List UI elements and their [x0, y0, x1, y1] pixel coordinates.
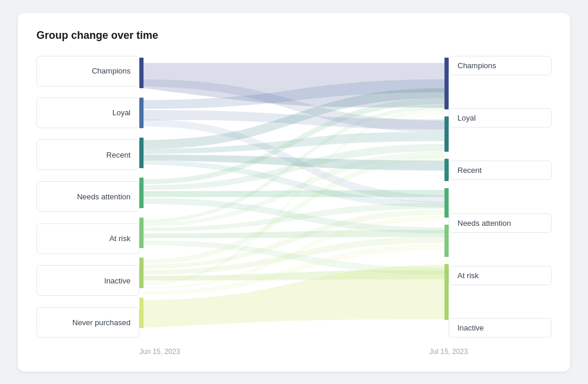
date-label-left: Jun 15, 2023 — [139, 348, 180, 356]
left-label-champions: Champions — [36, 56, 139, 86]
svg-rect-0 — [139, 58, 143, 88]
svg-rect-12 — [445, 264, 449, 320]
svg-rect-9 — [445, 159, 449, 181]
left-label-never-purchased: Never purchased — [36, 307, 139, 338]
right-label-recent: Recent — [449, 161, 552, 180]
svg-rect-6 — [139, 298, 143, 328]
svg-rect-2 — [139, 138, 143, 168]
svg-rect-5 — [139, 258, 143, 288]
svg-rect-11 — [445, 225, 449, 257]
left-label-at-risk: At risk — [36, 223, 139, 254]
right-label-loyal: Loyal — [449, 108, 552, 128]
svg-rect-10 — [445, 188, 449, 218]
svg-rect-7 — [445, 58, 449, 109]
right-label-champions: Champions — [449, 56, 552, 75]
svg-rect-1 — [139, 98, 143, 128]
date-label-right: Jul 15, 2023 — [429, 348, 467, 356]
left-label-needs-attention: Needs attention — [36, 181, 139, 212]
right-label-at-risk: At risk — [449, 266, 552, 285]
left-label-loyal: Loyal — [36, 98, 139, 128]
labels-right: Champions Loyal Recent Needs attention A… — [449, 56, 552, 338]
svg-rect-8 — [445, 116, 449, 152]
sankey-chart — [139, 56, 449, 338]
svg-rect-4 — [139, 218, 143, 248]
left-label-recent: Recent — [36, 139, 139, 170]
svg-rect-3 — [139, 178, 143, 208]
chart-title: Group change over time — [36, 29, 552, 42]
right-label-needs-attention: Needs attention — [449, 213, 552, 233]
right-label-inactive: Inactive — [449, 318, 552, 338]
chart-card: Group change over time Champions Loyal R… — [18, 13, 570, 372]
chart-area: Champions Loyal Recent Needs attention A… — [36, 56, 552, 356]
left-label-inactive: Inactive — [36, 265, 139, 296]
labels-left: Champions Loyal Recent Needs attention A… — [36, 56, 139, 356]
